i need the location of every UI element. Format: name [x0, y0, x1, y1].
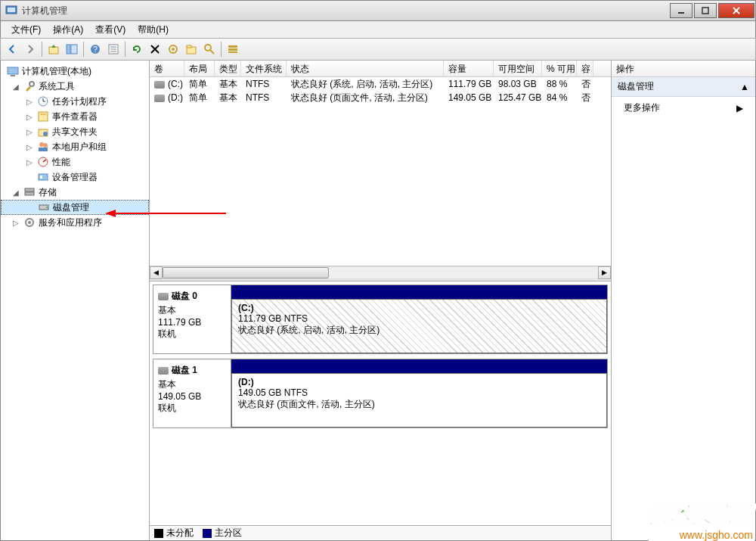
forward-button[interactable]: [22, 41, 39, 58]
horizontal-scrollbar[interactable]: ◀ ▶: [150, 266, 611, 278]
blank-icon: [26, 203, 35, 212]
up-button[interactable]: [45, 41, 62, 58]
col-type[interactable]: 类型: [215, 61, 241, 76]
col-capacity[interactable]: 容量: [444, 61, 494, 76]
tree-label: 磁盘管理: [53, 201, 89, 214]
open-button[interactable]: [183, 41, 200, 58]
partition-cell[interactable]: (D:) 149.05 GB NTFS 状态良好 (页面文件, 活动, 主分区): [231, 373, 607, 428]
tree-label: 事件查看器: [52, 110, 98, 123]
partition-cell[interactable]: (C:) 111.79 GB NTFS 状态良好 (系统, 启动, 活动, 主分…: [231, 299, 607, 353]
actions-panel: 操作 磁盘管理 ▲ 更多操作 ▶: [612, 61, 755, 540]
volume-rows[interactable]: (C:) 简单 基本 NTFS 状态良好 (系统, 启动, 活动, 主分区) 1…: [150, 77, 611, 266]
tree-eventviewer[interactable]: ▷ 事件查看器: [1, 109, 149, 124]
delete-button[interactable]: [147, 41, 163, 58]
tree-label: 设备管理器: [52, 171, 98, 184]
disk-block[interactable]: 磁盘 0 基本 111.79 GB 联机 (C:) 111.79 GB NTFS…: [153, 284, 608, 354]
col-volume[interactable]: 卷: [150, 61, 184, 76]
tree-users[interactable]: ▷ 本地用户和组: [1, 139, 149, 154]
svg-rect-42: [40, 176, 42, 179]
tree-label: 性能: [52, 156, 70, 169]
list-view-button[interactable]: [225, 41, 241, 58]
actions-more[interactable]: 更多操作 ▶: [612, 97, 755, 119]
scroll-track[interactable]: [163, 266, 598, 279]
col-fault[interactable]: 容: [577, 61, 593, 76]
tree-shared[interactable]: ▷ 共享文件夹: [1, 124, 149, 139]
disk-canvas: (C:) 111.79 GB NTFS 状态良好 (系统, 启动, 活动, 主分…: [231, 285, 607, 353]
expand-icon[interactable]: ▷: [25, 112, 34, 121]
legend-primary-icon: [203, 529, 212, 538]
expand-icon[interactable]: ▷: [25, 157, 34, 166]
collapse-icon[interactable]: ◢: [11, 82, 20, 91]
svg-rect-3: [702, 8, 708, 14]
col-free[interactable]: 可用空间: [494, 61, 542, 76]
tree-performance[interactable]: ▷ 性能: [1, 154, 149, 169]
disk-icon: [158, 293, 169, 300]
refresh-button[interactable]: [129, 41, 145, 58]
tree-root[interactable]: 计算机管理(本地): [1, 64, 149, 79]
settings-button[interactable]: [165, 41, 181, 58]
find-button[interactable]: [201, 41, 218, 58]
scroll-right-button[interactable]: ▶: [598, 266, 611, 279]
show-hide-tree-button[interactable]: [64, 41, 80, 58]
svg-point-18: [172, 48, 175, 51]
tree-storage[interactable]: ◢ 存储: [1, 185, 149, 200]
volume-header: 卷 布局 类型 文件系统 状态 容量 可用空间 % 可用 容: [150, 61, 611, 77]
minimize-button[interactable]: [670, 3, 692, 18]
volume-row[interactable]: (C:) 简单 基本 NTFS 状态良好 (系统, 启动, 活动, 主分区) 1…: [150, 77, 611, 91]
svg-rect-23: [228, 45, 237, 48]
volume-row[interactable]: (D:) 简单 基本 NTFS 状态良好 (页面文件, 活动, 主分区) 149…: [150, 91, 611, 104]
svg-point-37: [43, 143, 48, 148]
tree-scheduler[interactable]: ▷ 任务计划程序: [1, 94, 149, 109]
svg-rect-41: [39, 174, 48, 180]
services-icon: [23, 216, 36, 229]
tree-diskmgmt[interactable]: 磁盘管理: [1, 200, 149, 215]
expand-icon[interactable]: ▷: [25, 142, 34, 151]
expand-icon[interactable]: ▷: [25, 97, 34, 106]
actions-group-diskmgmt[interactable]: 磁盘管理 ▲: [612, 77, 755, 97]
storage-icon: [23, 186, 36, 198]
expand-icon[interactable]: ▷: [25, 127, 34, 136]
device-icon: [37, 171, 49, 183]
disk-graphical-view: 磁盘 0 基本 111.79 GB 联机 (C:) 111.79 GB NTFS…: [150, 281, 611, 525]
close-button[interactable]: [718, 3, 754, 18]
disk-block[interactable]: 磁盘 1 基本 149.05 GB 联机 (D:) 149.05 GB NTFS…: [153, 359, 608, 428]
back-button[interactable]: [4, 41, 20, 58]
scroll-left-button[interactable]: ◀: [150, 266, 163, 279]
tree-label: 服务和应用程序: [39, 216, 102, 229]
col-filesystem[interactable]: 文件系统: [241, 61, 287, 76]
maximize-button[interactable]: [694, 3, 717, 18]
col-percent[interactable]: % 可用: [542, 61, 577, 76]
menu-action[interactable]: 操作(A): [47, 22, 89, 38]
clock-icon: [37, 95, 49, 107]
tree-panel[interactable]: 计算机管理(本地) ◢ 系统工具 ▷ 任务计划程序 ▷ 事件查看器 ▷ 共享文件…: [1, 61, 150, 540]
toolbar-separator: [125, 42, 125, 57]
users-icon: [37, 141, 49, 153]
actions-header: 操作: [612, 61, 755, 77]
svg-rect-25: [228, 51, 237, 53]
menu-help[interactable]: 帮助(H): [132, 22, 175, 38]
disk-info: 磁盘 1 基本 149.05 GB 联机: [153, 359, 231, 428]
expand-icon[interactable]: ▷: [11, 218, 20, 227]
tree-label: 计算机管理(本地): [22, 65, 91, 78]
col-status[interactable]: 状态: [287, 61, 444, 76]
svg-rect-1: [8, 8, 15, 12]
partition-header-bar: [231, 359, 607, 373]
scroll-thumb[interactable]: [163, 267, 329, 278]
collapse-icon[interactable]: ◢: [11, 188, 20, 197]
svg-rect-44: [25, 192, 34, 195]
menu-file[interactable]: 文件(F): [5, 22, 47, 38]
blank-icon: [25, 173, 34, 182]
help-button[interactable]: ?: [87, 41, 104, 58]
disk-canvas: (D:) 149.05 GB NTFS 状态良好 (页面文件, 活动, 主分区): [231, 359, 607, 428]
tree-services[interactable]: ▷ 服务和应用程序: [1, 215, 149, 230]
tools-icon: [23, 80, 36, 92]
tree-label: 本地用户和组: [52, 141, 107, 154]
svg-point-21: [205, 45, 211, 51]
legend-unallocated-icon: [154, 529, 163, 538]
menu-view[interactable]: 查看(V): [89, 22, 132, 38]
tree-systools[interactable]: ◢ 系统工具: [1, 79, 149, 94]
properties-button[interactable]: [105, 41, 122, 58]
tree-devmgr[interactable]: 设备管理器: [1, 169, 149, 185]
tree-label: 存储: [39, 186, 57, 199]
col-layout[interactable]: 布局: [184, 61, 215, 76]
